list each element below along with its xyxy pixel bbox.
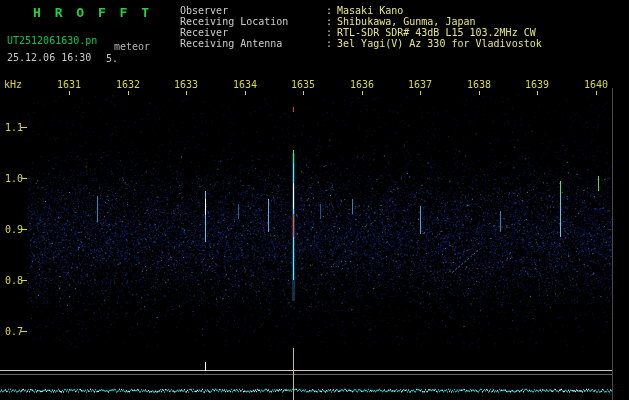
- info-value: RTL-SDR SDR# 43dB L15 103.2MHz CW: [337, 27, 536, 38]
- info-label: Receiver: [180, 27, 326, 38]
- observation-name: meteor: [114, 41, 150, 52]
- time-tick-label: 1631: [54, 79, 84, 90]
- spectrogram-canvas: [0, 0, 629, 400]
- info-label: Observer: [180, 5, 326, 16]
- app-title: H R O F F T: [33, 5, 152, 20]
- freq-tick-label: 0.8: [5, 275, 23, 286]
- time-tick-label: 1640: [581, 79, 611, 90]
- capture-filename: UT2512061630.pn: [7, 35, 97, 46]
- time-tick-label: 1636: [347, 79, 377, 90]
- info-value: 3el Yagi(V) Az 330 for Vladivostok: [337, 38, 542, 49]
- info-row-observer: Observer:Masaki Kano: [180, 5, 542, 16]
- info-label: Receiving Location: [180, 16, 326, 27]
- info-colon: :: [326, 5, 332, 16]
- freq-tick-label: 0.7: [5, 326, 23, 337]
- info-label: Receiving Antenna: [180, 38, 326, 49]
- timestamp-extra: 5.: [106, 53, 118, 64]
- time-tick-label: 1634: [230, 79, 260, 90]
- hrofft-screen: H R O F F T UT2512061630.pn meteor 25.12…: [0, 0, 629, 400]
- time-tick-label: 1639: [522, 79, 552, 90]
- timestamp: 25.12.06 16:30: [7, 52, 91, 63]
- info-value: Shibukawa, Gunma, Japan: [337, 16, 475, 27]
- time-tick-label: 1637: [405, 79, 435, 90]
- info-colon: :: [326, 38, 332, 49]
- freq-tick-label: 0.9: [5, 224, 23, 235]
- freq-tick-label: 1.0: [5, 173, 23, 184]
- info-colon: :: [326, 16, 332, 27]
- station-info: Observer:Masaki Kano Receiving Location:…: [180, 5, 542, 49]
- freq-tick-label: 1.1: [5, 122, 23, 133]
- info-colon: :: [326, 27, 332, 38]
- time-tick-label: 1635: [288, 79, 318, 90]
- info-row-location: Receiving Location:Shibukawa, Gunma, Jap…: [180, 16, 542, 27]
- info-row-antenna: Receiving Antenna:3el Yagi(V) Az 330 for…: [180, 38, 542, 49]
- freq-axis-unit: kHz: [4, 79, 22, 90]
- time-tick-label: 1632: [113, 79, 143, 90]
- info-row-receiver: Receiver:RTL-SDR SDR# 43dB L15 103.2MHz …: [180, 27, 542, 38]
- time-tick-label: 1638: [464, 79, 494, 90]
- time-tick-label: 1633: [171, 79, 201, 90]
- info-value: Masaki Kano: [337, 5, 403, 16]
